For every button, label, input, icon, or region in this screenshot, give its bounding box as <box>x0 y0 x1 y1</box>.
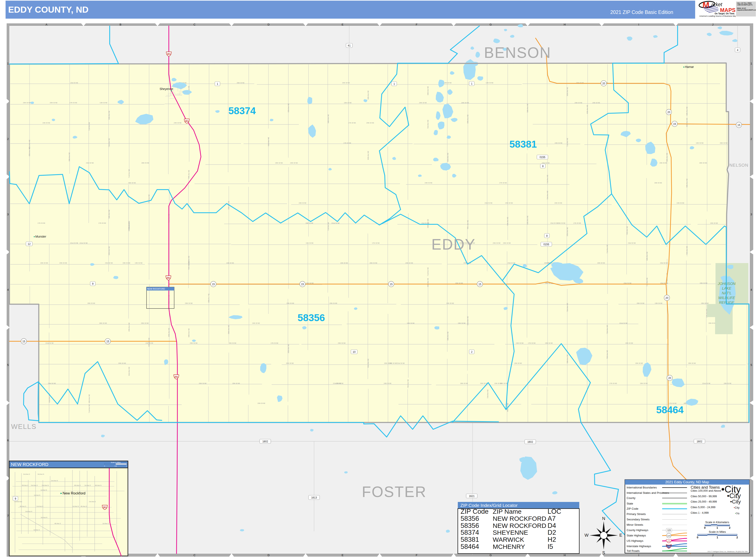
svg-text:24th St NE: 24th St NE <box>710 222 718 224</box>
svg-text:70th Ave NE: 70th Ave NE <box>507 217 508 226</box>
svg-text:1st Ave S: 1st Ave S <box>84 485 91 486</box>
svg-text:71st Ave NE: 71st Ave NE <box>88 404 90 413</box>
svg-text:NEW ROCKFORD: NEW ROCKFORD <box>493 515 546 522</box>
svg-text:NEW ROCKFORD: NEW ROCKFORD <box>147 288 165 290</box>
svg-text:20th St NE: 20th St NE <box>708 322 716 324</box>
svg-text:D: D <box>267 554 269 557</box>
svg-text:J: J <box>712 554 714 557</box>
svg-text:B: B <box>120 23 121 26</box>
svg-text:17th St NE: 17th St NE <box>573 222 581 224</box>
svg-text:71st Ave NE: 71st Ave NE <box>128 169 130 178</box>
svg-text:WARWICK: WARWICK <box>493 536 524 543</box>
svg-text:Munster: Munster <box>35 235 46 238</box>
svg-text:70th Ave NE: 70th Ave NE <box>188 261 190 270</box>
svg-text:58464: 58464 <box>461 543 479 550</box>
svg-text:73rd Ave NE: 73rd Ave NE <box>108 138 110 147</box>
svg-text:123: 123 <box>667 546 670 548</box>
svg-text:13th St NE: 13th St NE <box>226 262 234 264</box>
svg-text:13th St NE: 13th St NE <box>389 362 397 364</box>
svg-text:New Rockford: New Rockford <box>63 491 85 495</box>
svg-text:73rd Ave NE: 73rd Ave NE <box>547 190 548 200</box>
svg-text:2nd Ave N: 2nd Ave N <box>51 480 58 481</box>
svg-text:Scale in Kilometers: Scale in Kilometers <box>705 521 729 524</box>
svg-text:70th Ave NE: 70th Ave NE <box>148 194 150 203</box>
svg-text:7: 7 <box>7 514 8 517</box>
svg-text:Secondary Streets: Secondary Streets <box>627 518 649 521</box>
svg-text:2nd Ave S: 2nd Ave S <box>23 473 30 475</box>
svg-text:2021 © Intelligent Direct, Inc: 2021 © Intelligent Direct, Inc. Middleto… <box>707 551 748 553</box>
svg-text:G: G <box>490 23 492 26</box>
svg-text:58th Ave NE: 58th Ave NE <box>68 152 70 161</box>
svg-text:15th St NE: 15th St NE <box>654 182 662 184</box>
svg-text:17th St NE: 17th St NE <box>98 222 106 224</box>
svg-text:0155: 0155 <box>544 243 549 246</box>
svg-text:70th Ave NE: 70th Ave NE <box>686 246 688 255</box>
svg-text:NEW ROCKFORD: NEW ROCKFORD <box>11 462 49 467</box>
svg-text:22nd St NE: 22nd St NE <box>46 342 54 344</box>
svg-text:26th St NE: 26th St NE <box>99 322 107 324</box>
svg-text:MCHENRY: MCHENRY <box>493 543 525 550</box>
svg-text:281: 281 <box>103 506 107 508</box>
svg-text:D2: D2 <box>548 529 556 536</box>
svg-text:H: H <box>563 23 565 26</box>
svg-text:0155: 0155 <box>540 156 545 159</box>
svg-text:58th Ave NE: 58th Ave NE <box>566 354 568 363</box>
svg-text:1: 1 <box>394 83 395 86</box>
svg-text:71st Ave NE: 71st Ave NE <box>88 122 90 131</box>
svg-text:23rd St NE: 23rd St NE <box>485 202 493 204</box>
svg-text:29th St NE: 29th St NE <box>419 102 427 104</box>
svg-text:10: 10 <box>353 350 356 353</box>
svg-text:US Highways: US Highways <box>627 539 643 543</box>
svg-text:20th St NE: 20th St NE <box>625 342 633 344</box>
svg-text:68th Ave NE: 68th Ave NE <box>427 219 429 228</box>
svg-text:60th Ave NE: 60th Ave NE <box>586 105 588 114</box>
svg-text:WELLS: WELLS <box>11 423 36 430</box>
svg-text:1602: 1602 <box>697 440 702 443</box>
svg-text:60th Ave NE: 60th Ave NE <box>427 278 429 287</box>
svg-text:24th St NE: 24th St NE <box>290 162 298 164</box>
svg-text:17th St NE: 17th St NE <box>528 342 535 344</box>
svg-text:68th Ave NE: 68th Ave NE <box>686 107 688 115</box>
svg-text:A: A <box>46 23 47 26</box>
svg-text:1602: 1602 <box>262 440 268 443</box>
svg-text:65th Ave NE: 65th Ave NE <box>168 328 170 337</box>
svg-text:15: 15 <box>737 124 740 127</box>
svg-text:23rd St NE: 23rd St NE <box>628 242 636 244</box>
svg-text:12: 12 <box>28 242 31 245</box>
svg-text:29th St NE: 29th St NE <box>23 102 31 104</box>
svg-text:58th Ave NE: 58th Ave NE <box>527 104 528 113</box>
svg-text:2: 2 <box>7 137 8 141</box>
svg-text:26th St NE: 26th St NE <box>370 262 377 264</box>
svg-text:15th St NE: 15th St NE <box>640 382 648 384</box>
svg-text:29th St NE: 29th St NE <box>59 262 67 264</box>
svg-text:J: J <box>712 23 714 26</box>
svg-text:15: 15 <box>390 283 393 286</box>
svg-text:1st Ave N: 1st Ave N <box>72 506 79 507</box>
svg-text:65th Ave NE: 65th Ave NE <box>288 344 289 353</box>
svg-text:58381: 58381 <box>461 536 479 543</box>
svg-text:15th St NE: 15th St NE <box>299 202 306 204</box>
svg-text:29th St NE: 29th St NE <box>141 322 149 324</box>
svg-text:3: 3 <box>7 213 8 216</box>
svg-text:13th St NE: 13th St NE <box>494 382 502 384</box>
svg-text:4th Ave S: 4th Ave S <box>74 485 81 486</box>
svg-text:4: 4 <box>737 49 738 52</box>
svg-text:4th Ave N: 4th Ave N <box>95 485 101 486</box>
svg-text:0: 0 <box>104 465 105 467</box>
svg-text:71st Ave NE: 71st Ave NE <box>427 267 429 276</box>
svg-text:17th St NE: 17th St NE <box>499 182 507 184</box>
svg-text:2: 2 <box>729 526 730 529</box>
svg-text:58th Ave NE: 58th Ave NE <box>447 331 449 341</box>
svg-text:281: 281 <box>167 276 170 279</box>
svg-text:17th St NE: 17th St NE <box>37 222 45 224</box>
svg-text:23rd St NE: 23rd St NE <box>105 262 113 264</box>
svg-text:State: State <box>627 502 633 505</box>
svg-text:E: E <box>342 554 344 557</box>
svg-text:15th St NE: 15th St NE <box>514 362 522 364</box>
svg-text:NEW ROCKFORD: NEW ROCKFORD <box>493 522 546 529</box>
svg-text:2nd Ave S: 2nd Ave S <box>31 485 38 486</box>
svg-text:26th St NE: 26th St NE <box>237 82 244 84</box>
svg-text:5: 5 <box>7 363 8 367</box>
svg-text:20th St NE: 20th St NE <box>461 102 469 104</box>
svg-text:29th St NE: 29th St NE <box>338 342 346 344</box>
